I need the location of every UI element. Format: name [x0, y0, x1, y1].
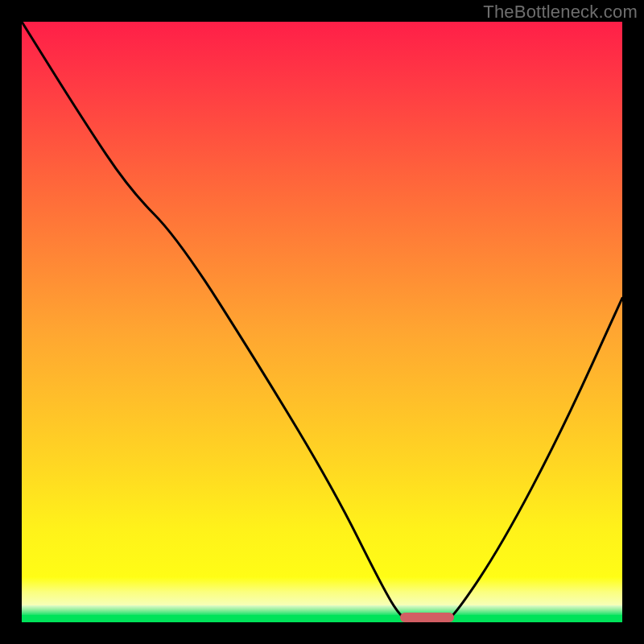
plot-area [22, 22, 622, 622]
curve-path [22, 22, 622, 622]
watermark-text: TheBottleneck.com [483, 2, 638, 23]
optimal-marker [400, 613, 454, 622]
chart-frame: TheBottleneck.com [0, 0, 644, 644]
bottleneck-curve [22, 22, 622, 622]
